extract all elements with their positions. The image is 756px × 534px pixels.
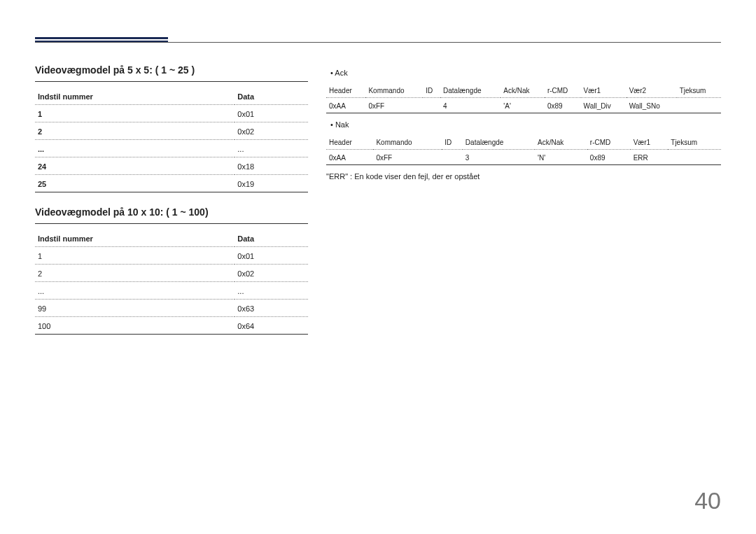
table-row: 240x18 — [35, 157, 308, 175]
col-header: Kommando — [373, 134, 442, 150]
col-header: Header — [326, 83, 365, 98]
nak-bullet: Nak — [330, 120, 721, 129]
col-header: r-CMD — [545, 83, 581, 98]
table-row: 20x02 — [35, 265, 308, 282]
heading-rule-5x5 — [35, 81, 308, 82]
cell: 0x01 — [234, 105, 308, 122]
cell: 0x63 — [234, 300, 308, 317]
cell: 100 — [35, 317, 234, 335]
cell: 99 — [35, 300, 234, 317]
cell: 3 — [463, 150, 535, 165]
ack-bullet: Ack — [330, 69, 721, 77]
cell: ERR — [631, 150, 668, 165]
col-header: ID — [442, 134, 463, 150]
err-note: "ERR" : En kode viser den fejl, der er o… — [326, 172, 721, 181]
table-row: ...... — [35, 282, 308, 300]
col-header: Tjeksum — [677, 83, 721, 98]
table-header-row: Header Kommando ID Datalængde Ack/Nak r-… — [326, 134, 721, 150]
col-header: Indstil nummer — [35, 230, 234, 247]
ack-label: Ack — [330, 69, 721, 77]
col-header: Datalængde — [440, 83, 500, 98]
nak-table: Header Kommando ID Datalængde Ack/Nak r-… — [326, 134, 721, 165]
table-header-row: Indstil nummer Data — [35, 230, 308, 247]
cell: 1 — [35, 105, 234, 122]
heading-5x5: Videovægmodel på 5 x 5: ( 1 ~ 25 ) — [35, 64, 308, 76]
cell: 0x18 — [234, 157, 308, 175]
top-accent-upper — [35, 37, 168, 39]
cell: 0xFF — [373, 150, 442, 165]
table-row: ...... — [35, 140, 308, 157]
heading-rule-10x10 — [35, 223, 308, 224]
col-header: Indstil nummer — [35, 87, 234, 105]
cell: ... — [234, 140, 308, 157]
cell: 2 — [35, 265, 234, 282]
col-header: Data — [234, 87, 308, 105]
table-5x5: Indstil nummer Data 10x01 20x02 ...... 2… — [35, 87, 308, 192]
table-row: 0xAA 0xFF 3 'N' 0x89 ERR — [326, 150, 721, 165]
col-header: Tjeksum — [668, 134, 721, 150]
cell: 0x64 — [234, 317, 308, 335]
table-header-row: Header Kommando ID Datalængde Ack/Nak r-… — [326, 83, 721, 98]
cell: 0x19 — [234, 175, 308, 192]
table-row: 10x01 — [35, 247, 308, 265]
cell — [677, 98, 721, 113]
cell — [442, 150, 463, 165]
col-header: Kommando — [365, 83, 423, 98]
table-header-row: Indstil nummer Data — [35, 87, 308, 105]
table-row: 10x01 — [35, 105, 308, 122]
col-header: Vær1 — [631, 134, 668, 150]
top-rule — [35, 42, 721, 43]
cell: 1 — [35, 247, 234, 265]
ack-table: Header Kommando ID Datalængde Ack/Nak r-… — [326, 83, 721, 113]
page-number: 40 — [694, 487, 721, 514]
cell: 0x01 — [234, 247, 308, 265]
col-header: Vær1 — [581, 83, 626, 98]
col-header: r-CMD — [587, 134, 631, 150]
cell: 'A' — [500, 98, 545, 113]
col-header: ID — [423, 83, 440, 98]
cell — [668, 150, 721, 165]
right-column: Ack Header Kommando ID Datalængde Ack/Na… — [326, 64, 721, 349]
cell: Wall_SNo — [626, 98, 677, 113]
cell: 0x89 — [587, 150, 631, 165]
cell: 0xAA — [326, 150, 373, 165]
col-header: Datalængde — [463, 134, 535, 150]
table-row: 1000x64 — [35, 317, 308, 335]
heading-10x10: Videovægmodel på 10 x 10: ( 1 ~ 100) — [35, 206, 308, 218]
cell: ... — [234, 282, 308, 300]
cell: Wall_Div — [581, 98, 626, 113]
cell: 0x89 — [545, 98, 581, 113]
cell: 0xFF — [365, 98, 423, 113]
cell: 24 — [35, 157, 234, 175]
cell — [423, 98, 440, 113]
page: Videovægmodel på 5 x 5: ( 1 ~ 25 ) Indst… — [0, 0, 756, 534]
table-10x10: Indstil nummer Data 10x01 20x02 ...... 9… — [35, 230, 308, 335]
cell: 'N' — [535, 150, 587, 165]
col-header: Data — [234, 230, 308, 247]
cell: ... — [35, 282, 234, 300]
table-row: 990x63 — [35, 300, 308, 317]
col-header: Ack/Nak — [535, 134, 587, 150]
nak-label: Nak — [330, 120, 721, 129]
cell: 25 — [35, 175, 234, 192]
cell: 0x02 — [234, 265, 308, 282]
cell: 0xAA — [326, 98, 365, 113]
table-row: 20x02 — [35, 122, 308, 140]
cell: 4 — [440, 98, 500, 113]
cell: ... — [35, 140, 234, 157]
col-header: Ack/Nak — [500, 83, 545, 98]
columns: Videovægmodel på 5 x 5: ( 1 ~ 25 ) Indst… — [35, 64, 721, 349]
left-column: Videovægmodel på 5 x 5: ( 1 ~ 25 ) Indst… — [35, 64, 308, 349]
table-row: 250x19 — [35, 175, 308, 192]
col-header: Header — [326, 134, 373, 150]
cell: 2 — [35, 122, 234, 140]
cell: 0x02 — [234, 122, 308, 140]
col-header: Vær2 — [626, 83, 677, 98]
table-row: 0xAA 0xFF 4 'A' 0x89 Wall_Div Wall_SNo — [326, 98, 721, 113]
